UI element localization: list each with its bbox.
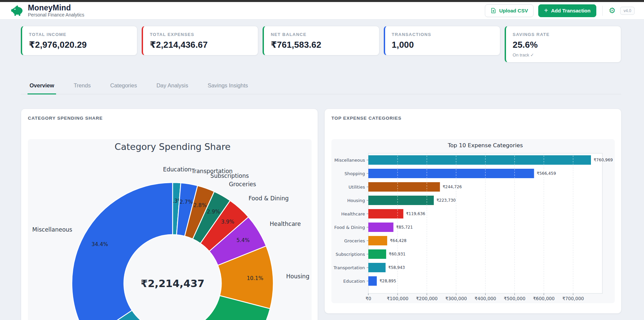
svg-text:Groceries: Groceries	[344, 238, 365, 243]
savings-status-note: On track ✓	[513, 52, 614, 57]
svg-text:Subscriptions: Subscriptions	[335, 252, 365, 257]
stat-value: 25.6%	[513, 40, 614, 50]
svg-text:₹28,895: ₹28,895	[379, 279, 396, 283]
svg-text:Healthcare: Healthcare	[270, 221, 301, 227]
stat-value: ₹2,976,020.29	[29, 40, 130, 50]
svg-text:2.9%: 2.9%	[207, 209, 220, 215]
svg-text:₹566,459: ₹566,459	[537, 171, 556, 176]
svg-text:₹300,000: ₹300,000	[445, 296, 467, 301]
tab-bar: Overview Trends Categories Day Analysis …	[21, 82, 621, 94]
svg-text:Food & Dining: Food & Dining	[248, 195, 289, 202]
plus-icon: +	[544, 7, 548, 14]
upload-file-icon	[491, 8, 496, 13]
svg-text:₹2,214,437: ₹2,214,437	[141, 278, 204, 289]
svg-text:Subscriptions: Subscriptions	[211, 172, 249, 179]
svg-text:2.8%: 2.8%	[193, 202, 206, 208]
app-header: MoneyMind Personal Finance Analytics Upl…	[0, 2, 644, 19]
add-transaction-button[interactable]: + Add Transaction	[538, 4, 596, 17]
svg-text:Category Spending Share: Category Spending Share	[114, 142, 230, 152]
svg-text:₹500,000: ₹500,000	[504, 296, 525, 301]
stat-cards-row: TOTAL INCOME ₹2,976,020.29 TOTAL EXPENSE…	[21, 26, 621, 63]
svg-text:10.1%: 10.1%	[247, 275, 263, 281]
stat-label: TRANSACTIONS	[392, 32, 493, 37]
brand: MoneyMind Personal Finance Analytics	[10, 4, 84, 17]
svg-text:₹60,931: ₹60,931	[389, 252, 406, 256]
svg-text:₹0: ₹0	[365, 296, 371, 301]
stat-label: SAVINGS RATE	[513, 32, 614, 37]
svg-text:Education: Education	[163, 166, 191, 173]
svg-text:₹85,721: ₹85,721	[396, 225, 413, 230]
stat-label: TOTAL INCOME	[29, 32, 130, 37]
svg-text:₹119,636: ₹119,636	[406, 211, 425, 216]
svg-text:₹58,943: ₹58,943	[388, 265, 405, 270]
svg-text:Miscellaneous: Miscellaneous	[32, 226, 72, 233]
stat-card-net-balance: NET BALANCE ₹761,583.62	[263, 26, 379, 55]
stat-card-total-expenses: TOTAL EXPENSES ₹2,214,436.67	[142, 26, 258, 55]
top-expense-categories-panel: TOP EXPENSE CATEGORIES Top 10 Expense Ca…	[324, 109, 622, 314]
tab-overview[interactable]: Overview	[28, 82, 56, 94]
svg-text:₹64,428: ₹64,428	[390, 238, 407, 243]
svg-text:Housing: Housing	[286, 273, 309, 280]
stat-card-savings-rate: SAVINGS RATE 25.6% On track ✓	[505, 26, 621, 63]
svg-text:34.4%: 34.4%	[92, 241, 108, 247]
stat-value: ₹761,583.62	[271, 40, 372, 50]
svg-text:Utilities: Utilities	[349, 185, 365, 190]
stat-card-transactions: TRANSACTIONS 1,000	[384, 26, 500, 55]
version-badge: v4.0	[620, 7, 635, 15]
svg-text:₹700,000: ₹700,000	[562, 296, 584, 301]
app-title: MoneyMind	[28, 4, 84, 12]
svg-text:Top 10 Expense Categories: Top 10 Expense Categories	[448, 142, 523, 149]
svg-text:₹244,726: ₹244,726	[443, 185, 462, 189]
stat-label: NET BALANCE	[271, 32, 372, 37]
category-spending-share-panel: CATEGORY SPENDING SHARE Category Spendin…	[21, 109, 318, 320]
svg-text:Transportation: Transportation	[333, 265, 365, 270]
svg-text:₹100,000: ₹100,000	[387, 296, 408, 301]
donut-chart-area: Category Spending Share1.3%Education2.7%…	[28, 139, 312, 320]
svg-text:₹600,000: ₹600,000	[533, 296, 555, 301]
svg-text:Shopping: Shopping	[344, 171, 365, 176]
svg-text:Education: Education	[343, 279, 365, 284]
upload-csv-button[interactable]: Upload CSV	[485, 4, 534, 17]
panel-header-bars: TOP EXPENSE CATEGORIES	[331, 116, 402, 121]
svg-text:₹200,000: ₹200,000	[416, 296, 438, 301]
header-divider	[602, 6, 603, 16]
stat-label: TOTAL EXPENSES	[150, 32, 251, 37]
svg-text:5.4%: 5.4%	[236, 237, 249, 243]
category-donut-chart: Category Spending Share1.3%Education2.7%…	[28, 139, 312, 320]
add-transaction-label: Add Transaction	[551, 8, 591, 13]
stat-value: ₹2,214,436.67	[150, 40, 251, 50]
svg-text:₹760,969: ₹760,969	[594, 158, 613, 162]
bar-chart-area: Top 10 Expense CategoriesMiscellaneous₹7…	[331, 139, 615, 303]
tab-trends[interactable]: Trends	[72, 82, 93, 94]
top-expenses-bar-chart: Top 10 Expense CategoriesMiscellaneous₹7…	[331, 139, 615, 303]
svg-text:3.9%: 3.9%	[221, 219, 234, 225]
app-tagline: Personal Finance Analytics	[28, 12, 84, 17]
svg-text:2.7%: 2.7%	[180, 199, 193, 205]
svg-text:₹223,730: ₹223,730	[436, 198, 456, 203]
panel-header-donut: CATEGORY SPENDING SHARE	[28, 116, 103, 121]
tab-categories[interactable]: Categories	[108, 82, 139, 94]
svg-text:Healthcare: Healthcare	[341, 211, 365, 216]
svg-text:Miscellaneous: Miscellaneous	[334, 158, 365, 163]
piggy-bank-logo-icon	[10, 5, 24, 16]
upload-csv-label: Upload CSV	[499, 8, 528, 13]
svg-text:Groceries: Groceries	[229, 181, 256, 188]
settings-gear-icon[interactable]: ⚙	[609, 7, 616, 14]
svg-text:Total Spent (₹): Total Spent (₹)	[468, 303, 502, 303]
svg-text:Housing: Housing	[347, 198, 365, 203]
stat-card-total-income: TOTAL INCOME ₹2,976,020.29	[21, 26, 137, 55]
tab-day-analysis[interactable]: Day Analysis	[154, 82, 190, 94]
stat-value: 1,000	[392, 40, 493, 50]
tab-savings-insights[interactable]: Savings Insights	[205, 82, 250, 94]
svg-text:₹400,000: ₹400,000	[474, 296, 496, 301]
svg-text:Food & Dining: Food & Dining	[334, 225, 365, 230]
